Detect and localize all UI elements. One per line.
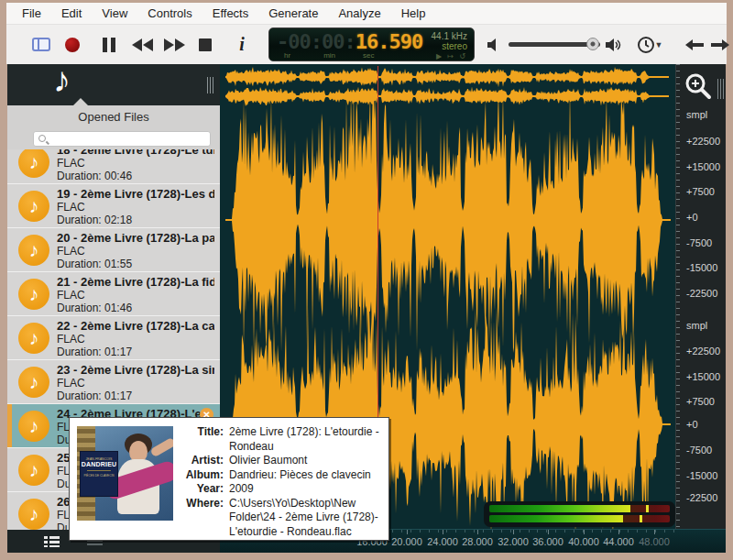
amplitude-scale-panel: smpl +22500 +15000 +7500 +0 -7500 -15000…	[675, 64, 726, 529]
file-row-20[interactable]: ♪ 20 - 2ème Livre (1728)-La pathé... FLA…	[7, 228, 220, 272]
file-row-21[interactable]: ♪ 21 - 2ème Livre (1728)-La fidèle ... F…	[7, 272, 220, 316]
tooltip-album-row: Album: Dandrieu: Pièces de clavecin	[180, 468, 385, 483]
timeline-label: 24.000	[427, 536, 458, 547]
overview-left-channel	[225, 67, 651, 87]
volume-down-icon[interactable]	[485, 25, 503, 64]
menu-generate[interactable]: Generate	[258, 3, 328, 25]
time-units: hr min sec	[277, 51, 405, 60]
level-meter-left	[489, 505, 670, 512]
file-row-22[interactable]: ♪ 22 - 2ème Livre (1728)-La capric... FL…	[7, 316, 220, 360]
file-title: 23 - 2ème Livre (1728)-La sincèr...	[57, 363, 214, 377]
toolbar: i -00:00:16.590 hr min sec 44.1 kHz ster…	[6, 25, 727, 64]
scale-unit: smpl	[686, 320, 707, 331]
volume-up-icon[interactable]	[604, 25, 624, 64]
tooltip-where-row: Where: C:\Users\Yo\Desktop\NewFolder\24 …	[180, 497, 385, 540]
scale-label: +7500	[686, 396, 715, 407]
scale-label: -22500	[686, 492, 717, 503]
album-art: JEAN-FRANCOIS DANDRIEU PIÈCES DE CLAVECI…	[77, 426, 173, 521]
scale-label: +7500	[686, 186, 715, 197]
music-note-icon: ♪	[18, 455, 49, 486]
sidebar-toggle-button[interactable]	[28, 25, 54, 64]
timeline-label: 20.000	[391, 536, 422, 547]
scale-label: -15000	[686, 470, 717, 481]
menu-controls[interactable]: Controls	[137, 3, 202, 25]
timeline-label: 44.000	[603, 536, 634, 547]
file-duration: Duration: 01:55	[57, 258, 132, 270]
scale-label: +22500	[686, 346, 720, 357]
forward-button[interactable]	[160, 25, 188, 64]
file-format: FLAC	[57, 201, 85, 214]
stop-icon	[199, 38, 212, 51]
menu-analyze[interactable]: Analyze	[328, 3, 390, 25]
file-title: 19 - 2ème Livre (1728)-Les doux...	[57, 187, 214, 201]
unit-min: min	[323, 51, 335, 60]
timeline-label: 36.000	[532, 536, 563, 547]
volume-slider-knob[interactable]	[586, 38, 599, 50]
scale-label: +22500	[686, 136, 720, 147]
sidebar-tab-strip: ♪	[7, 64, 220, 105]
detailed-list-view-icon[interactable]	[44, 536, 60, 547]
file-search-input[interactable]	[33, 131, 211, 147]
timeline-label: 48.000	[639, 536, 670, 547]
music-note-icon: ♪	[18, 323, 49, 354]
menu-effects[interactable]: Effects	[202, 3, 259, 25]
scale-label: +0	[686, 419, 698, 430]
menu-view[interactable]: View	[92, 3, 137, 25]
scale-label: +0	[686, 212, 698, 223]
panel-grip-icon[interactable]	[717, 79, 724, 99]
duration-clock-button[interactable]: ▼	[633, 25, 666, 64]
file-duration: Duration: 01:17	[57, 390, 132, 402]
scale-label: -15000	[686, 262, 717, 273]
time-digits-dim: -00:00:	[277, 30, 356, 53]
file-row-19[interactable]: ♪ 19 - 2ème Livre (1728)-Les doux... FLA…	[7, 184, 220, 228]
menu-file[interactable]: File	[12, 3, 51, 25]
file-duration: Duration: 01:46	[57, 302, 132, 314]
record-button[interactable]	[60, 25, 85, 64]
menu-help[interactable]: Help	[391, 3, 436, 25]
rewind-icon	[132, 38, 154, 51]
scale-label: -22500	[686, 288, 717, 299]
search-icon	[38, 135, 46, 142]
volume-slider[interactable]	[509, 42, 600, 47]
file-title: 18 - 2ème Livre (1728)-Le turbul...	[57, 149, 214, 157]
rewind-button[interactable]	[129, 25, 157, 64]
sidebar-panel-icon	[32, 38, 50, 51]
playback-mode-icons: ▶ ↦ ↺	[432, 51, 467, 61]
unit-hr: hr	[284, 51, 290, 60]
file-format: FLAC	[57, 289, 85, 302]
sidebar-grip-icon[interactable]	[207, 77, 215, 93]
nav-forward-button[interactable]	[708, 25, 732, 64]
app-window: File Edit View Controls Effects Generate…	[0, 0, 733, 560]
info-button[interactable]: i	[232, 25, 252, 64]
time-display: -00:00:16.590 hr min sec 44.1 kHz stereo…	[268, 27, 475, 61]
tooltip-title-row: Title: 2ème Livre (1728): L'etourdie -Ro…	[180, 425, 385, 454]
music-note-icon: ♪	[18, 411, 49, 442]
scale-label: +15000	[686, 371, 720, 382]
stop-button[interactable]	[193, 25, 217, 64]
pause-button[interactable]	[96, 25, 122, 64]
nav-back-button[interactable]	[683, 25, 706, 64]
forward-icon	[163, 38, 185, 51]
opened-files-tab-icon[interactable]: ♪	[53, 64, 71, 100]
file-duration: Duration: 01:17	[57, 346, 132, 358]
pause-icon	[103, 38, 115, 52]
music-note-icon: ♪	[18, 149, 49, 178]
file-row-18[interactable]: ♪ 18 - 2ème Livre (1728)-Le turbul... FL…	[7, 149, 220, 184]
time-digits: -00:00:16.590	[277, 30, 422, 53]
music-note-icon: ♪	[18, 367, 49, 398]
file-row-23[interactable]: ♪ 23 - 2ème Livre (1728)-La sincèr... FL…	[7, 360, 220, 404]
timeline-label: 32.000	[498, 536, 529, 547]
zoom-in-icon[interactable]	[684, 71, 713, 101]
info-icon: i	[239, 34, 245, 55]
tab-pointer	[73, 98, 88, 105]
record-icon	[65, 38, 80, 52]
sample-rate-label: 44.1 kHz	[432, 31, 467, 41]
time-digits-bright: 16.590	[356, 30, 422, 53]
menu-edit[interactable]: Edit	[51, 3, 92, 25]
file-format: FLAC	[57, 157, 85, 170]
file-title: 20 - 2ème Livre (1728)-La pathé...	[57, 231, 214, 245]
file-format: FLAC	[57, 245, 85, 258]
music-note-icon: ♪	[18, 499, 49, 530]
unit-sec: sec	[363, 51, 374, 60]
scale-ticks	[676, 64, 680, 529]
